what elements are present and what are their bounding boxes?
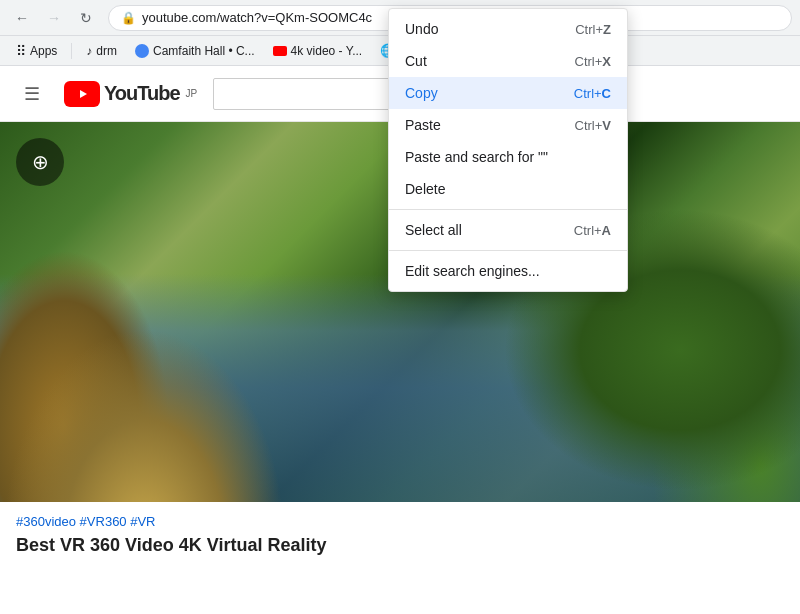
ctx-shortcut-cut: Ctrl+X: [575, 54, 611, 69]
video-tags[interactable]: #360video #VR360 #VR: [16, 514, 784, 529]
yt-bm-icon: [273, 46, 287, 56]
ctx-item-edit-search-engines[interactable]: Edit search engines...: [389, 255, 627, 287]
url-text: youtube.com/watch?v=QKm-SOOMC4c: [142, 10, 372, 25]
ctx-item-copy[interactable]: CopyCtrl+C: [389, 77, 627, 109]
ctx-shortcut-copy: Ctrl+C: [574, 86, 611, 101]
ctx-item-paste[interactable]: PasteCtrl+V: [389, 109, 627, 141]
ctx-separator-after-select-all: [389, 250, 627, 251]
svg-marker-0: [80, 90, 87, 98]
nav-buttons: ← → ↻: [8, 4, 100, 32]
ctx-label-select-all: Select all: [405, 222, 574, 238]
yt-logo[interactable]: YouTubeJP: [64, 81, 197, 107]
ctx-label-cut: Cut: [405, 53, 575, 69]
reload-button[interactable]: ↻: [72, 4, 100, 32]
ctx-item-cut[interactable]: CutCtrl+X: [389, 45, 627, 77]
music-icon: ♪: [86, 44, 92, 58]
ctx-item-select-all[interactable]: Select allCtrl+A: [389, 214, 627, 246]
camfaith-icon: [135, 44, 149, 58]
ctx-label-paste: Paste: [405, 117, 575, 133]
bookmark-drm-label: drm: [96, 44, 117, 58]
ctx-label-edit-search-engines: Edit search engines...: [405, 263, 611, 279]
below-video: #360video #VR360 #VR Best VR 360 Video 4…: [0, 502, 800, 568]
bookmark-apps[interactable]: ⠿ Apps: [8, 40, 65, 62]
ctx-shortcut-undo: Ctrl+Z: [575, 22, 611, 37]
apps-icon: ⠿: [16, 43, 26, 59]
ctx-label-undo: Undo: [405, 21, 575, 37]
lock-icon: 🔒: [121, 11, 136, 25]
yt-logo-icon: [64, 81, 100, 107]
ctx-separator-after-delete: [389, 209, 627, 210]
context-menu: UndoCtrl+ZCutCtrl+XCopyCtrl+CPasteCtrl+V…: [388, 8, 628, 292]
vr-expand-icon[interactable]: ⊕: [16, 138, 64, 186]
forward-button[interactable]: →: [40, 4, 68, 32]
ctx-label-delete: Delete: [405, 181, 611, 197]
ctx-item-delete[interactable]: Delete: [389, 173, 627, 205]
ctx-label-paste-search: Paste and search for "": [405, 149, 611, 165]
ctx-item-undo[interactable]: UndoCtrl+Z: [389, 13, 627, 45]
bookmark-apps-label: Apps: [30, 44, 57, 58]
ctx-label-copy: Copy: [405, 85, 574, 101]
back-button[interactable]: ←: [8, 4, 36, 32]
hamburger-menu[interactable]: ☰: [16, 75, 48, 113]
bookmark-camfaith-label: Camfaith Hall • C...: [153, 44, 255, 58]
bookmark-drm[interactable]: ♪ drm: [78, 41, 125, 61]
yt-logo-text: YouTube: [104, 82, 180, 105]
bookmark-4kvideo-label: 4k video - Y...: [291, 44, 363, 58]
bookmark-camfaith[interactable]: Camfaith Hall • C...: [127, 41, 263, 61]
bookmark-4kvideo[interactable]: 4k video - Y...: [265, 41, 371, 61]
video-title: Best VR 360 Video 4K Virtual Reality: [16, 535, 784, 556]
ctx-item-paste-search[interactable]: Paste and search for "": [389, 141, 627, 173]
bookmark-separator-1: [71, 43, 72, 59]
ctx-shortcut-paste: Ctrl+V: [575, 118, 611, 133]
ctx-shortcut-select-all: Ctrl+A: [574, 223, 611, 238]
yt-logo-jp: JP: [186, 88, 198, 99]
